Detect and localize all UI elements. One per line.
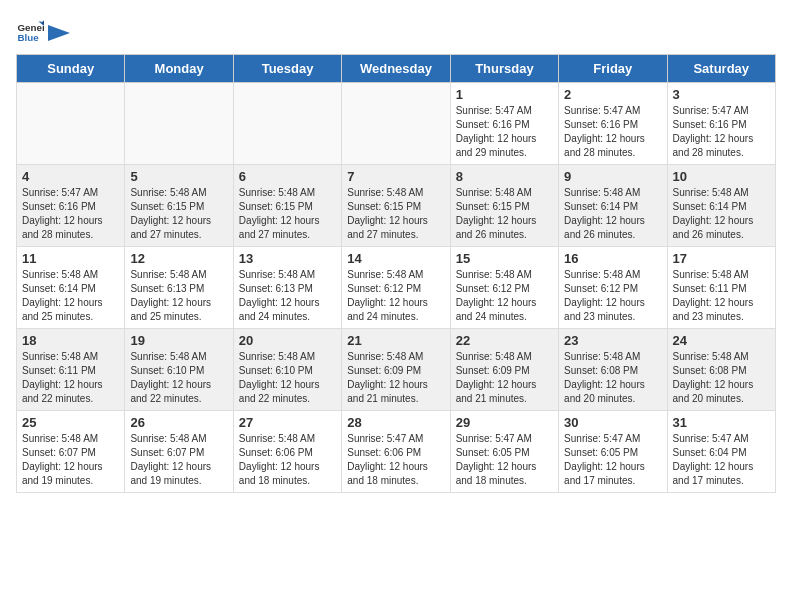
- day-of-week-header: Thursday: [450, 55, 558, 83]
- day-info: Sunrise: 5:47 AM Sunset: 6:16 PM Dayligh…: [22, 186, 119, 242]
- day-number: 3: [673, 87, 770, 102]
- day-info: Sunrise: 5:48 AM Sunset: 6:14 PM Dayligh…: [22, 268, 119, 324]
- calendar-day-cell: 11Sunrise: 5:48 AM Sunset: 6:14 PM Dayli…: [17, 247, 125, 329]
- day-info: Sunrise: 5:48 AM Sunset: 6:15 PM Dayligh…: [239, 186, 336, 242]
- calendar-day-cell: 25Sunrise: 5:48 AM Sunset: 6:07 PM Dayli…: [17, 411, 125, 493]
- day-info: Sunrise: 5:48 AM Sunset: 6:10 PM Dayligh…: [130, 350, 227, 406]
- calendar-day-cell: 9Sunrise: 5:48 AM Sunset: 6:14 PM Daylig…: [559, 165, 667, 247]
- day-number: 17: [673, 251, 770, 266]
- calendar-day-cell: 29Sunrise: 5:47 AM Sunset: 6:05 PM Dayli…: [450, 411, 558, 493]
- day-info: Sunrise: 5:48 AM Sunset: 6:13 PM Dayligh…: [130, 268, 227, 324]
- day-info: Sunrise: 5:48 AM Sunset: 6:13 PM Dayligh…: [239, 268, 336, 324]
- calendar-day-cell: [233, 83, 341, 165]
- day-number: 31: [673, 415, 770, 430]
- day-info: Sunrise: 5:48 AM Sunset: 6:07 PM Dayligh…: [22, 432, 119, 488]
- calendar-day-cell: 20Sunrise: 5:48 AM Sunset: 6:10 PM Dayli…: [233, 329, 341, 411]
- day-number: 20: [239, 333, 336, 348]
- calendar-week-row: 4Sunrise: 5:47 AM Sunset: 6:16 PM Daylig…: [17, 165, 776, 247]
- calendar-day-cell: 4Sunrise: 5:47 AM Sunset: 6:16 PM Daylig…: [17, 165, 125, 247]
- day-info: Sunrise: 5:48 AM Sunset: 6:14 PM Dayligh…: [564, 186, 661, 242]
- calendar-day-cell: 1Sunrise: 5:47 AM Sunset: 6:16 PM Daylig…: [450, 83, 558, 165]
- day-number: 25: [22, 415, 119, 430]
- day-number: 14: [347, 251, 444, 266]
- day-number: 10: [673, 169, 770, 184]
- calendar-week-row: 18Sunrise: 5:48 AM Sunset: 6:11 PM Dayli…: [17, 329, 776, 411]
- day-of-week-header: Wednesday: [342, 55, 450, 83]
- day-number: 29: [456, 415, 553, 430]
- calendar-week-row: 11Sunrise: 5:48 AM Sunset: 6:14 PM Dayli…: [17, 247, 776, 329]
- calendar-day-cell: 7Sunrise: 5:48 AM Sunset: 6:15 PM Daylig…: [342, 165, 450, 247]
- logo-text-area: [48, 25, 70, 35]
- calendar-week-row: 25Sunrise: 5:48 AM Sunset: 6:07 PM Dayli…: [17, 411, 776, 493]
- day-number: 4: [22, 169, 119, 184]
- day-number: 8: [456, 169, 553, 184]
- day-of-week-header: Sunday: [17, 55, 125, 83]
- calendar-day-cell: 12Sunrise: 5:48 AM Sunset: 6:13 PM Dayli…: [125, 247, 233, 329]
- calendar-day-cell: 28Sunrise: 5:47 AM Sunset: 6:06 PM Dayli…: [342, 411, 450, 493]
- calendar-day-cell: 8Sunrise: 5:48 AM Sunset: 6:15 PM Daylig…: [450, 165, 558, 247]
- day-number: 9: [564, 169, 661, 184]
- day-number: 7: [347, 169, 444, 184]
- calendar-day-cell: 13Sunrise: 5:48 AM Sunset: 6:13 PM Dayli…: [233, 247, 341, 329]
- day-number: 27: [239, 415, 336, 430]
- day-number: 26: [130, 415, 227, 430]
- day-info: Sunrise: 5:47 AM Sunset: 6:04 PM Dayligh…: [673, 432, 770, 488]
- day-info: Sunrise: 5:48 AM Sunset: 6:12 PM Dayligh…: [347, 268, 444, 324]
- day-info: Sunrise: 5:48 AM Sunset: 6:09 PM Dayligh…: [456, 350, 553, 406]
- calendar-day-cell: 21Sunrise: 5:48 AM Sunset: 6:09 PM Dayli…: [342, 329, 450, 411]
- logo: General Blue: [16, 16, 70, 44]
- logo-arrow-icon: [48, 25, 70, 41]
- day-info: Sunrise: 5:48 AM Sunset: 6:15 PM Dayligh…: [347, 186, 444, 242]
- calendar-day-cell: 19Sunrise: 5:48 AM Sunset: 6:10 PM Dayli…: [125, 329, 233, 411]
- svg-marker-4: [48, 25, 70, 41]
- day-number: 19: [130, 333, 227, 348]
- calendar-day-cell: 24Sunrise: 5:48 AM Sunset: 6:08 PM Dayli…: [667, 329, 775, 411]
- calendar-header-row: SundayMondayTuesdayWednesdayThursdayFrid…: [17, 55, 776, 83]
- day-of-week-header: Saturday: [667, 55, 775, 83]
- calendar-day-cell: 10Sunrise: 5:48 AM Sunset: 6:14 PM Dayli…: [667, 165, 775, 247]
- calendar-day-cell: 6Sunrise: 5:48 AM Sunset: 6:15 PM Daylig…: [233, 165, 341, 247]
- calendar-day-cell: 16Sunrise: 5:48 AM Sunset: 6:12 PM Dayli…: [559, 247, 667, 329]
- day-number: 15: [456, 251, 553, 266]
- calendar-day-cell: 3Sunrise: 5:47 AM Sunset: 6:16 PM Daylig…: [667, 83, 775, 165]
- svg-text:Blue: Blue: [17, 32, 39, 43]
- calendar-day-cell: 31Sunrise: 5:47 AM Sunset: 6:04 PM Dayli…: [667, 411, 775, 493]
- day-number: 12: [130, 251, 227, 266]
- day-info: Sunrise: 5:48 AM Sunset: 6:12 PM Dayligh…: [456, 268, 553, 324]
- day-info: Sunrise: 5:48 AM Sunset: 6:09 PM Dayligh…: [347, 350, 444, 406]
- day-of-week-header: Monday: [125, 55, 233, 83]
- day-info: Sunrise: 5:47 AM Sunset: 6:16 PM Dayligh…: [456, 104, 553, 160]
- day-info: Sunrise: 5:48 AM Sunset: 6:06 PM Dayligh…: [239, 432, 336, 488]
- calendar-day-cell: 2Sunrise: 5:47 AM Sunset: 6:16 PM Daylig…: [559, 83, 667, 165]
- day-info: Sunrise: 5:48 AM Sunset: 6:11 PM Dayligh…: [22, 350, 119, 406]
- day-info: Sunrise: 5:47 AM Sunset: 6:06 PM Dayligh…: [347, 432, 444, 488]
- calendar-day-cell: [125, 83, 233, 165]
- calendar-day-cell: [342, 83, 450, 165]
- calendar-day-cell: 23Sunrise: 5:48 AM Sunset: 6:08 PM Dayli…: [559, 329, 667, 411]
- calendar-day-cell: 30Sunrise: 5:47 AM Sunset: 6:05 PM Dayli…: [559, 411, 667, 493]
- day-info: Sunrise: 5:47 AM Sunset: 6:05 PM Dayligh…: [564, 432, 661, 488]
- day-number: 13: [239, 251, 336, 266]
- day-info: Sunrise: 5:48 AM Sunset: 6:08 PM Dayligh…: [673, 350, 770, 406]
- calendar-day-cell: 14Sunrise: 5:48 AM Sunset: 6:12 PM Dayli…: [342, 247, 450, 329]
- calendar-day-cell: 15Sunrise: 5:48 AM Sunset: 6:12 PM Dayli…: [450, 247, 558, 329]
- calendar-day-cell: 18Sunrise: 5:48 AM Sunset: 6:11 PM Dayli…: [17, 329, 125, 411]
- day-of-week-header: Tuesday: [233, 55, 341, 83]
- day-info: Sunrise: 5:48 AM Sunset: 6:08 PM Dayligh…: [564, 350, 661, 406]
- day-of-week-header: Friday: [559, 55, 667, 83]
- day-number: 16: [564, 251, 661, 266]
- day-info: Sunrise: 5:47 AM Sunset: 6:16 PM Dayligh…: [673, 104, 770, 160]
- calendar-week-row: 1Sunrise: 5:47 AM Sunset: 6:16 PM Daylig…: [17, 83, 776, 165]
- day-info: Sunrise: 5:48 AM Sunset: 6:14 PM Dayligh…: [673, 186, 770, 242]
- calendar-day-cell: 22Sunrise: 5:48 AM Sunset: 6:09 PM Dayli…: [450, 329, 558, 411]
- day-number: 23: [564, 333, 661, 348]
- calendar-table: SundayMondayTuesdayWednesdayThursdayFrid…: [16, 54, 776, 493]
- calendar-day-cell: [17, 83, 125, 165]
- day-number: 6: [239, 169, 336, 184]
- calendar-day-cell: 26Sunrise: 5:48 AM Sunset: 6:07 PM Dayli…: [125, 411, 233, 493]
- day-info: Sunrise: 5:47 AM Sunset: 6:05 PM Dayligh…: [456, 432, 553, 488]
- day-number: 24: [673, 333, 770, 348]
- page-header: General Blue: [16, 16, 776, 44]
- calendar-day-cell: 17Sunrise: 5:48 AM Sunset: 6:11 PM Dayli…: [667, 247, 775, 329]
- day-info: Sunrise: 5:48 AM Sunset: 6:15 PM Dayligh…: [456, 186, 553, 242]
